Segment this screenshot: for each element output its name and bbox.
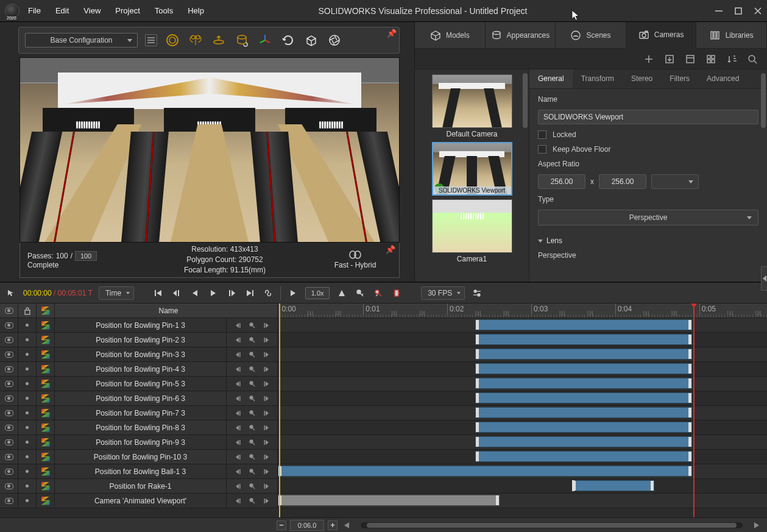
track-row[interactable]: Position for Bowling Pin-5 3 [0, 377, 278, 391]
tab-libraries[interactable]: Libraries [696, 22, 767, 48]
layout-grid-icon[interactable] [706, 54, 716, 64]
volume-icon[interactable] [336, 287, 348, 299]
tab-cameras[interactable]: Cameras [626, 22, 697, 49]
selection-tool-icon[interactable] [5, 287, 17, 299]
next-key-icon[interactable] [262, 452, 272, 462]
layout-single-icon[interactable] [685, 54, 695, 64]
track-row[interactable]: Position for Bowling Pin-8 3 [0, 420, 278, 435]
add-key-icon[interactable] [247, 481, 257, 491]
next-key-icon[interactable] [262, 496, 272, 506]
next-key-icon[interactable] [262, 350, 272, 360]
next-key-icon[interactable] [262, 408, 272, 418]
import-icon[interactable] [665, 54, 674, 64]
brain-icon[interactable] [188, 32, 203, 48]
camera-item-default[interactable]: Default Camera [432, 74, 512, 138]
next-key-icon[interactable] [262, 423, 272, 433]
aspect-lock-dropdown[interactable] [651, 174, 699, 189]
track-row[interactable]: Camera 'Animated Viewport' [0, 494, 278, 508]
prev-key-icon[interactable] [233, 481, 242, 491]
list-toggle-button[interactable] [145, 34, 157, 46]
render-mode-icon[interactable] [164, 32, 180, 48]
key-icon[interactable] [354, 287, 366, 299]
prev-key-icon[interactable] [233, 438, 242, 447]
disc-up-icon[interactable] [211, 32, 227, 48]
track-row[interactable]: Position for Bowling Pin-1 3 [0, 318, 278, 333]
prop-tab-stereo[interactable]: Stereo [623, 69, 661, 88]
prev-key-icon[interactable] [233, 452, 242, 462]
track-row[interactable]: Position for Bowling Pin-4 3 [0, 362, 278, 377]
keep-above-checkbox[interactable] [538, 145, 546, 154]
zoom-out-button[interactable]: − [277, 520, 286, 530]
fps-dropdown[interactable]: 30 FPS [421, 286, 465, 300]
next-key-icon[interactable] [262, 438, 272, 447]
locked-checkbox[interactable] [538, 130, 546, 139]
auto-key-icon[interactable] [372, 287, 384, 299]
prev-key-icon[interactable] [233, 379, 242, 389]
tab-scenes[interactable]: Scenes [556, 22, 626, 48]
track-row[interactable]: Position for Bowling Pin-9 3 [0, 435, 278, 450]
snap-icon[interactable] [391, 287, 403, 299]
start-marker[interactable] [279, 303, 280, 517]
header-lock-icon[interactable] [18, 303, 37, 317]
prev-key-icon[interactable] [233, 394, 242, 403]
scroll-left-icon[interactable] [341, 521, 352, 530]
add-key-icon[interactable] [247, 350, 257, 360]
track-row[interactable]: Position for Bowling Pin-2 3 [0, 333, 278, 347]
name-input[interactable] [538, 110, 758, 124]
play-reverse-icon[interactable] [189, 287, 201, 299]
configuration-dropdown[interactable]: Base Configuration [25, 33, 138, 48]
prev-key-icon[interactable] [233, 335, 242, 345]
add-key-icon[interactable] [247, 496, 257, 506]
add-icon[interactable] [644, 54, 654, 64]
next-key-icon[interactable] [262, 467, 272, 477]
tab-appearances[interactable]: Appearances [486, 22, 556, 48]
next-key-icon[interactable] [262, 335, 272, 345]
prev-key-icon[interactable] [233, 496, 242, 506]
next-frame-icon[interactable] [225, 287, 238, 299]
duration-display[interactable]: 0:06.0 [290, 520, 324, 531]
add-key-icon[interactable] [247, 379, 257, 389]
header-visible-icon[interactable] [0, 303, 18, 317]
tab-models[interactable]: Models [415, 22, 486, 48]
track-row[interactable]: Position for Bowling Ball-1 3 [0, 464, 278, 479]
track-row[interactable]: Position for Bowling Pin-7 3 [0, 406, 278, 420]
next-key-icon[interactable] [262, 379, 272, 389]
box-icon[interactable] [303, 32, 319, 48]
aspect-width-input[interactable] [538, 174, 585, 189]
sort-icon[interactable] [727, 54, 737, 64]
track-row[interactable]: Position for Bowling Pin-10 3 [0, 450, 278, 464]
prop-tab-advanced[interactable]: Advanced [698, 69, 748, 88]
goto-start-icon[interactable] [152, 287, 164, 299]
menu-file[interactable]: File [28, 6, 41, 15]
playback-speed[interactable]: 1.0x [305, 287, 330, 299]
pin-icon[interactable]: 📌 [386, 245, 395, 254]
add-key-icon[interactable] [247, 394, 257, 403]
lens-section-header[interactable]: Lens [538, 236, 758, 245]
settings-icon[interactable] [471, 287, 483, 299]
next-key-icon[interactable] [262, 321, 272, 330]
add-key-icon[interactable] [247, 364, 257, 374]
prop-tab-general[interactable]: General [529, 69, 573, 88]
horizontal-scrollbar[interactable] [361, 522, 743, 528]
prev-key-icon[interactable] [233, 408, 242, 418]
menu-edit[interactable]: Edit [55, 6, 69, 15]
aperture-icon[interactable] [327, 32, 342, 48]
next-key-icon[interactable] [262, 364, 272, 374]
render-quality-icon[interactable] [348, 250, 362, 259]
cylinder-refresh-icon[interactable] [234, 32, 250, 48]
add-key-icon[interactable] [247, 438, 257, 447]
next-key-icon[interactable] [262, 481, 272, 491]
aspect-height-input[interactable] [599, 174, 646, 189]
add-key-icon[interactable] [247, 452, 257, 462]
prev-key-icon[interactable] [233, 364, 242, 374]
time-mode-dropdown[interactable]: Time [99, 286, 134, 300]
add-key-icon[interactable] [247, 321, 257, 330]
add-key-icon[interactable] [247, 467, 257, 477]
scrollbar[interactable] [761, 73, 766, 128]
prev-frame-icon[interactable] [171, 287, 183, 299]
search-icon[interactable] [748, 54, 757, 64]
camera-item-camera1[interactable]: Camera1 [432, 199, 512, 263]
prev-key-icon[interactable] [233, 467, 242, 477]
passes-total-input[interactable] [75, 251, 97, 261]
side-panel-expand[interactable] [761, 266, 767, 291]
